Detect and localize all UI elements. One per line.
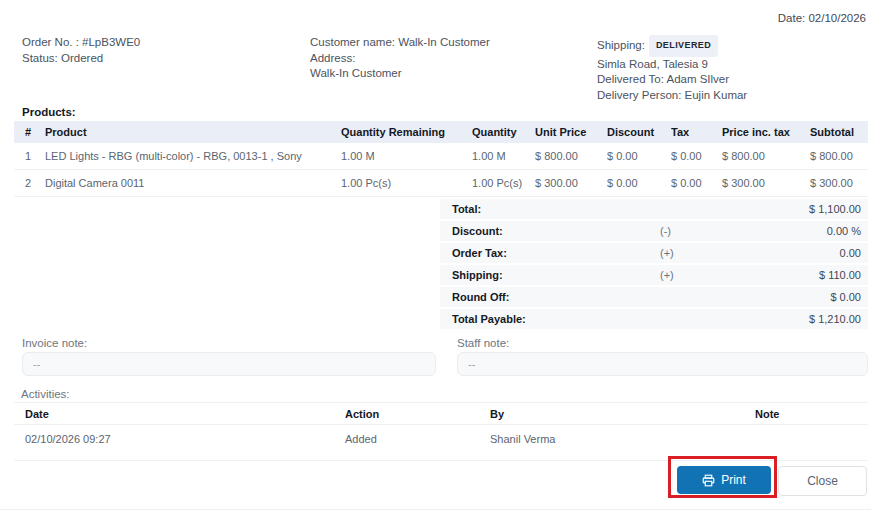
order-number: Order No. : #LpB3WE0	[22, 35, 140, 51]
col-header-index: #	[14, 121, 45, 143]
customer-block: Customer name: Walk-In Customer Address:…	[310, 35, 490, 82]
totals-row-shipping: Shipping: (+) $ 110.00	[440, 265, 868, 285]
cell-quantity-remaining: 1.00 Pc(s)	[341, 170, 472, 197]
totals-row-order-tax: Order Tax: (+) 0.00	[440, 243, 868, 263]
invoice-note-label: Invoice note:	[22, 337, 87, 349]
cell-tax: $ 0.00	[671, 170, 722, 197]
col-header-product: Product	[45, 121, 341, 143]
invoice-note-box: --	[22, 352, 436, 376]
cell-quantity-remaining: 1.00 M	[341, 143, 472, 170]
round-off-value: $ 0.00	[740, 291, 861, 303]
total-payable-value: $ 1,210.00	[740, 313, 861, 325]
order-date: Date: 02/10/2026	[778, 12, 866, 24]
table-row: 2 Digital Camera 0011 1.00 Pc(s) 1.00 Pc…	[14, 170, 868, 197]
shipping-status-badge: DELIVERED	[649, 35, 718, 57]
order-tax-value: 0.00	[740, 247, 861, 259]
col-header-action: Action	[345, 403, 490, 425]
totals-row-total-payable: Total Payable: $ 1,210.00	[440, 309, 868, 329]
activities-table: Date Action By Note 02/10/2026 09:27 Add…	[14, 402, 868, 461]
cell-quantity: 1.00 Pc(s)	[472, 170, 535, 197]
totals-summary: Total: $ 1,100.00 Discount: (-) 0.00 % O…	[440, 199, 868, 331]
cell-discount: $ 0.00	[607, 143, 671, 170]
cell-product: Digital Camera 0011	[45, 170, 341, 197]
col-header-discount: Discount	[607, 121, 671, 143]
cell-subtotal: $ 800.00	[810, 143, 868, 170]
shipping-value: $ 110.00	[740, 269, 861, 281]
col-header-date: Date	[14, 403, 345, 425]
activities-section-label: Activities:	[21, 388, 70, 400]
cell-unit-price: $ 300.00	[535, 170, 607, 197]
staff-note-label: Staff note:	[457, 337, 509, 349]
customer-address-label: Address:	[310, 51, 490, 67]
cell-quantity: 1.00 M	[472, 143, 535, 170]
totals-row-round-off: Round Off: $ 0.00	[440, 287, 868, 307]
col-header-quantity-remaining: Quantity Remaining	[341, 121, 472, 143]
products-section-label: Products:	[22, 106, 76, 118]
staff-note-box: --	[457, 352, 868, 376]
close-button[interactable]: Close	[778, 466, 867, 496]
table-row: 02/10/2026 09:27 Added Shanil Verma	[14, 425, 868, 461]
total-label: Total:	[452, 203, 660, 215]
discount-label: Discount:	[452, 225, 660, 237]
cell-activity-date: 02/10/2026 09:27	[14, 425, 345, 461]
cell-activity-action: Added	[345, 425, 490, 461]
total-value: $ 1,100.00	[740, 203, 861, 215]
cell-index: 2	[14, 170, 45, 197]
table-row: 1 LED Lights - RBG (multi-color) - RBG, …	[14, 143, 868, 170]
print-button[interactable]: Print	[677, 466, 771, 494]
delivery-person: Delivery Person: Eujin Kumar	[597, 88, 747, 104]
customer-name: Customer name: Walk-In Customer	[310, 35, 490, 51]
col-header-quantity: Quantity	[472, 121, 535, 143]
bottom-divider	[0, 509, 871, 510]
col-header-tax: Tax	[671, 121, 722, 143]
shipping-address: Simla Road, Talesia 9	[597, 57, 747, 73]
round-off-label: Round Off:	[452, 291, 660, 303]
products-table: # Product Quantity Remaining Quantity Un…	[14, 121, 868, 197]
shipping-cost-label: Shipping:	[452, 269, 660, 281]
cell-tax: $ 0.00	[671, 143, 722, 170]
activities-header-row: Date Action By Note	[14, 403, 868, 425]
totals-row-total: Total: $ 1,100.00	[440, 199, 868, 219]
totals-row-discount: Discount: (-) 0.00 %	[440, 221, 868, 241]
order-status: Status: Ordered	[22, 51, 140, 67]
total-payable-label: Total Payable:	[452, 313, 660, 325]
cell-subtotal: $ 300.00	[810, 170, 868, 197]
shipping-operator: (+)	[660, 269, 740, 281]
discount-operator: (-)	[660, 225, 740, 237]
cell-activity-by: Shanil Verma	[490, 425, 755, 461]
col-header-by: By	[490, 403, 755, 425]
cell-price-inc-tax: $ 300.00	[722, 170, 810, 197]
products-header-row: # Product Quantity Remaining Quantity Un…	[14, 121, 868, 143]
print-button-label: Print	[721, 473, 746, 487]
discount-value: 0.00 %	[740, 225, 861, 237]
cell-index: 1	[14, 143, 45, 170]
delivered-to: Delivered To: Adam SIlver	[597, 72, 747, 88]
shipping-block: Shipping:DELIVERED Simla Road, Talesia 9…	[597, 35, 747, 103]
order-summary-block: Order No. : #LpB3WE0 Status: Ordered	[22, 35, 140, 66]
cell-product: LED Lights - RBG (multi-color) - RBG, 00…	[45, 143, 341, 170]
customer-address-value: Walk-In Customer	[310, 66, 490, 82]
order-tax-label: Order Tax:	[452, 247, 660, 259]
cell-unit-price: $ 800.00	[535, 143, 607, 170]
cell-price-inc-tax: $ 800.00	[722, 143, 810, 170]
col-header-note: Note	[755, 403, 868, 425]
order-tax-operator: (+)	[660, 247, 740, 259]
col-header-subtotal: Subtotal	[810, 121, 868, 143]
col-header-price-inc-tax: Price inc. tax	[722, 121, 810, 143]
cell-activity-note	[755, 425, 868, 461]
shipping-label: Shipping:	[597, 39, 645, 51]
col-header-unit-price: Unit Price	[535, 121, 607, 143]
shipping-line: Shipping:DELIVERED	[597, 35, 747, 57]
printer-icon	[702, 474, 715, 487]
cell-discount: $ 0.00	[607, 170, 671, 197]
